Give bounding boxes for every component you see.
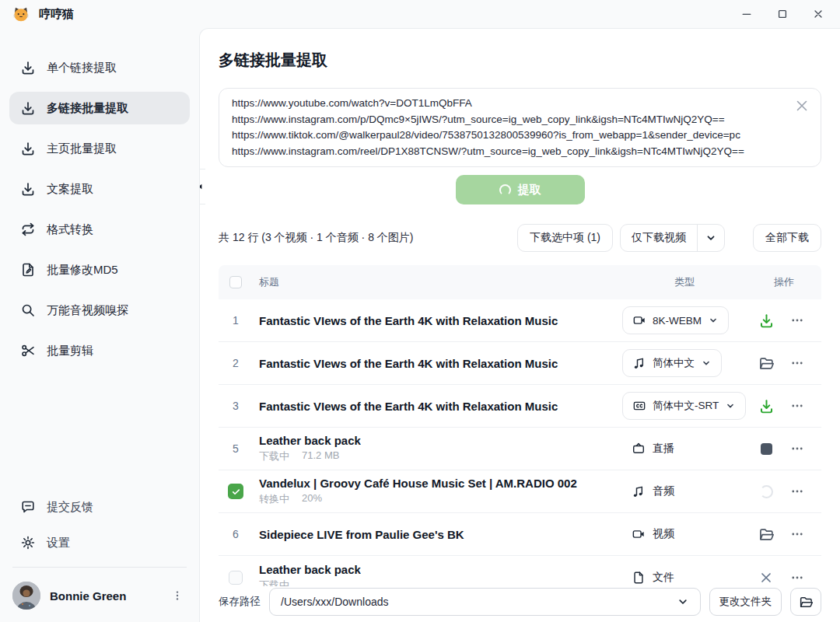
download-selected-button[interactable]: 下载选中项 (1) xyxy=(517,224,613,252)
url-line: https://www.instagram.com/reel/DP1X88TCN… xyxy=(232,144,783,160)
download-icon xyxy=(20,60,36,75)
type-text: 视频 xyxy=(622,527,674,541)
sidebar-footer: 提交反馈 设置 Bonnie Green xyxy=(0,491,199,616)
row-checkbox[interactable] xyxy=(229,571,243,585)
extract-button-label: 提取 xyxy=(518,183,541,197)
open-folder-icon[interactable] xyxy=(758,526,775,543)
save-path-select[interactable]: /Users/xxx/Downloads xyxy=(269,588,701,616)
row-menu-kebab-icon[interactable] xyxy=(789,440,806,457)
download-mode-chevron-down-icon[interactable] xyxy=(697,225,724,251)
save-path-label: 保存路径 xyxy=(219,595,261,609)
user-menu-kebab-icon[interactable] xyxy=(168,586,187,605)
url-line: https://www.youtube.com/watch?v=DOT1LmQb… xyxy=(232,96,783,112)
sidebar-item-label: 多链接批量提取 xyxy=(47,101,128,116)
sidebar-item-batch-modify-md5[interactable]: 批量修改MD5 xyxy=(9,253,190,286)
sidebar-nav: 单个链接提取 多链接批量提取 主页批量提取 文案提取 格式转换 批量修改MD5 … xyxy=(0,28,199,367)
open-folder-button[interactable] xyxy=(790,588,821,616)
row-title: Sidepiece LIVE from Paulie Gee's BK xyxy=(259,528,622,541)
row-index: 5 xyxy=(233,442,239,455)
row-menu-kebab-icon[interactable] xyxy=(789,483,806,500)
table-row: 5 Leather back pack 下载中 71.2 MB 直播 xyxy=(219,428,821,470)
video-icon xyxy=(632,527,646,541)
select-all-checkbox[interactable] xyxy=(229,276,242,288)
search-icon xyxy=(20,302,36,318)
type-text: 文件 xyxy=(622,571,674,585)
download-icon[interactable] xyxy=(758,312,775,329)
type-label: 音频 xyxy=(653,484,674,498)
loading-spinner-icon xyxy=(499,184,511,196)
table-row: 3 Fantastic VIews of the Earth 4K with R… xyxy=(219,385,821,428)
type-select[interactable]: 8K-WEBM xyxy=(622,306,729,334)
status-label: 转换中 xyxy=(259,492,289,506)
row-menu-kebab-icon[interactable] xyxy=(789,312,806,329)
user-name: Bonnie Green xyxy=(50,589,159,603)
user-profile[interactable]: Bonnie Green xyxy=(0,575,199,616)
close-button[interactable] xyxy=(810,6,826,22)
row-status: 下载中 71.2 MB xyxy=(259,449,622,463)
table-row: 6 Sidepiece LIVE from Paulie Gee's BK 视频 xyxy=(219,513,821,556)
sidebar-item-label: 批量剪辑 xyxy=(47,344,93,358)
url-line: https://www.instagram.com/p/DQmc9×5jIWS/… xyxy=(232,112,783,128)
download-icon xyxy=(20,100,36,116)
row-title: Fantastic VIews of the Earth 4K with Rel… xyxy=(259,400,622,413)
row-checkbox-checked[interactable] xyxy=(228,484,243,499)
titlebar: 哼哼猫 xyxy=(0,0,840,28)
cancel-x-icon[interactable] xyxy=(758,569,775,586)
stop-button[interactable] xyxy=(758,440,775,457)
row-menu-kebab-icon[interactable] xyxy=(789,355,806,372)
video-icon xyxy=(632,313,646,327)
type-label: 8K-WEBM xyxy=(653,315,702,327)
row-index: 1 xyxy=(233,314,239,327)
type-select[interactable]: 简体中文 xyxy=(622,349,722,377)
file-icon xyxy=(632,571,646,585)
type-label: 视频 xyxy=(653,527,674,541)
open-folder-icon[interactable] xyxy=(758,355,775,372)
sidebar-item-settings[interactable]: 设置 xyxy=(9,526,190,559)
sidebar-item-batch-clip[interactable]: 批量剪辑 xyxy=(9,334,190,367)
download-videos-only-split-button: 仅下载视频 xyxy=(620,224,725,252)
row-index: 2 xyxy=(233,357,239,369)
url-line: https://www.tiktok.com/@walkerpaul28/vid… xyxy=(232,128,783,144)
maximize-button[interactable] xyxy=(775,6,790,22)
sidebar-item-caption-extract[interactable]: 文案提取 xyxy=(9,173,190,205)
save-path-value: /Users/xxx/Downloads xyxy=(281,596,389,608)
download-icon[interactable] xyxy=(758,397,775,414)
download-icon xyxy=(20,181,36,197)
progress-spinner xyxy=(758,483,775,500)
row-menu-kebab-icon[interactable] xyxy=(789,526,806,543)
row-menu-kebab-icon[interactable] xyxy=(789,569,806,586)
extract-button[interactable]: 提取 xyxy=(456,175,585,204)
sidebar-item-single-link-extract[interactable]: 单个链接提取 xyxy=(9,51,190,84)
scissors-icon xyxy=(20,343,36,358)
chevron-down-icon xyxy=(701,358,712,369)
row-title: Vandelux | Groovy Café House Music Set |… xyxy=(259,477,622,490)
table-header: 标题 类型 操作 xyxy=(219,265,821,299)
status-value: 20% xyxy=(302,492,322,506)
table-row: 1 Fantastic VIews of the Earth 4K with R… xyxy=(219,299,821,342)
closed-captions-icon xyxy=(632,399,646,413)
row-title: Fantastic VIews of the Earth 4K with Rel… xyxy=(259,357,622,370)
sidebar-item-label: 批量修改MD5 xyxy=(47,263,118,278)
row-menu-kebab-icon[interactable] xyxy=(789,397,806,414)
sidebar-collapse-handle[interactable] xyxy=(199,169,205,204)
sidebar-item-multi-link-batch-extract[interactable]: 多链接批量提取 xyxy=(9,92,190,124)
type-select[interactable]: 简体中文-SRT xyxy=(622,392,746,420)
music-icon xyxy=(632,484,646,498)
clear-input-button[interactable] xyxy=(794,98,810,114)
sidebar-item-label: 主页批量提取 xyxy=(47,142,117,156)
sidebar-item-format-convert[interactable]: 格式转换 xyxy=(9,213,190,246)
url-input[interactable]: https://www.youtube.com/watch?v=DOT1LmQb… xyxy=(219,88,821,167)
chevron-down-icon xyxy=(725,400,736,411)
download-all-button[interactable]: 全部下载 xyxy=(753,224,821,252)
sidebar-item-homepage-batch-extract[interactable]: 主页批量提取 xyxy=(9,132,190,165)
sidebar-item-label: 格式转换 xyxy=(47,222,93,237)
sidebar-item-feedback[interactable]: 提交反馈 xyxy=(9,491,190,523)
type-label: 直播 xyxy=(653,442,674,456)
change-folder-button[interactable]: 更改文件夹 xyxy=(709,588,782,616)
table-row: 2 Fantastic VIews of the Earth 4K with R… xyxy=(219,342,821,385)
sidebar-item-media-sniffer[interactable]: 万能音视频嗅探 xyxy=(9,294,190,327)
row-title: Fantastic VIews of the Earth 4K with Rel… xyxy=(259,314,622,327)
minimize-button[interactable] xyxy=(739,6,754,22)
sidebar-item-label: 万能音视频嗅探 xyxy=(47,303,128,318)
download-videos-only-button[interactable]: 仅下载视频 xyxy=(621,225,697,251)
